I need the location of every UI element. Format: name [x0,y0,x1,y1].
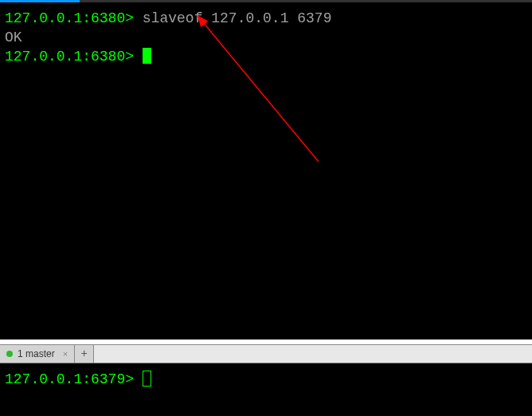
plus-icon: + [80,347,87,360]
tab-master[interactable]: 1 master × [0,345,75,363]
terminal-line: OK [5,28,527,47]
status-dot-icon [6,351,13,357]
close-icon[interactable]: × [63,349,68,359]
cursor-icon [143,371,151,387]
prompt-text: 127.0.0.1:6380> [5,10,143,26]
tab-label: 1 master [18,348,55,359]
terminal-line: 127.0.0.1:6379> [5,370,527,389]
prompt-text: 127.0.0.1:6379> [5,371,143,387]
prompt-text: 127.0.0.1:6380> [5,49,143,65]
terminal-line: 127.0.0.1:6380> [5,47,527,66]
terminal-line: 127.0.0.1:6380> slaveof 127.0.0.1 6379 [5,9,527,28]
output-text: OK [5,29,22,45]
cursor-icon [143,48,151,64]
terminal-lower-pane[interactable]: 127.0.0.1:6379> [0,363,532,416]
tab-bar: 1 master × + [0,344,532,363]
terminal-upper-pane[interactable]: 127.0.0.1:6380> slaveof 127.0.0.1 6379 O… [0,2,532,339]
command-text: slaveof 127.0.0.1 6379 [143,10,332,26]
add-tab-button[interactable]: + [75,345,94,363]
